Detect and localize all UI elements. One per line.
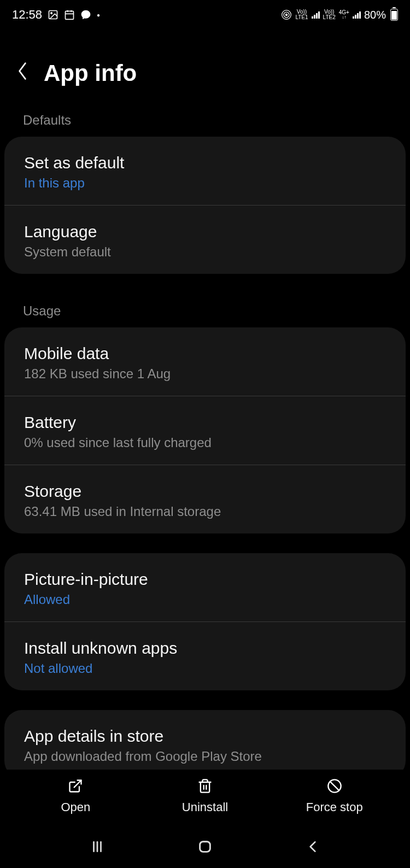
item-set-as-default[interactable]: Set as default In this app	[4, 137, 406, 205]
item-sub: In this app	[24, 175, 386, 191]
signal1-icon	[312, 11, 320, 19]
status-bar: 12:58 ● Vo)) LTE1 Vo)) LTE2 4G+ ↓↑ 80%	[0, 0, 410, 27]
svg-line-13	[330, 782, 339, 790]
open-button[interactable]: Open	[11, 777, 140, 814]
trash-icon	[196, 777, 214, 795]
item-language[interactable]: Language System default	[4, 205, 406, 274]
calendar-icon	[64, 9, 75, 20]
svg-line-9	[74, 781, 81, 788]
item-sub: System default	[24, 244, 386, 260]
status-left: 12:58 ●	[12, 8, 100, 22]
card-defaults: Set as default In this app Language Syst…	[4, 137, 406, 274]
bottom-actions: Open Uninstall Force stop	[0, 770, 410, 825]
action-label: Open	[61, 800, 90, 814]
item-sub: 0% used since last fully charged	[24, 435, 386, 450]
hotspot-icon	[281, 9, 292, 20]
uninstall-button[interactable]: Uninstall	[140, 777, 270, 814]
back-icon[interactable]	[16, 61, 28, 86]
home-button[interactable]	[194, 836, 216, 858]
item-title: Picture-in-picture	[24, 568, 386, 590]
card-usage: Mobile data 182 KB used since 1 Aug Batt…	[4, 327, 406, 533]
svg-rect-17	[200, 842, 210, 852]
section-label-usage: Usage	[0, 294, 410, 327]
status-right: Vo)) LTE1 Vo)) LTE2 4G+ ↓↑ 80%	[281, 9, 398, 21]
item-sub: Not allowed	[24, 661, 386, 676]
header: App info	[0, 27, 410, 103]
clock-text: 12:58	[12, 8, 42, 22]
item-sub: 63.41 MB used in Internal storage	[24, 504, 386, 519]
item-title: Mobile data	[24, 343, 386, 364]
force-stop-button[interactable]: Force stop	[270, 777, 399, 814]
net-info: 4G+ ↓↑	[339, 10, 349, 20]
item-sub: Allowed	[24, 592, 386, 607]
item-install-unknown-apps[interactable]: Install unknown apps Not allowed	[4, 621, 406, 690]
svg-point-6	[286, 14, 288, 15]
item-title: Install unknown apps	[24, 637, 386, 659]
svg-point-1	[51, 13, 52, 14]
open-icon	[67, 777, 84, 795]
item-sub: 182 KB used since 1 Aug	[24, 366, 386, 382]
item-title: Battery	[24, 412, 386, 433]
recents-button[interactable]	[86, 836, 108, 858]
action-label: Force stop	[306, 800, 363, 814]
sim2-info: Vo)) LTE2	[323, 9, 336, 20]
item-picture-in-picture[interactable]: Picture-in-picture Allowed	[4, 553, 406, 621]
battery-icon	[390, 9, 398, 21]
gallery-icon	[48, 9, 58, 20]
page-title: App info	[44, 60, 137, 86]
dot-icon: ●	[97, 12, 100, 18]
item-title: App details in store	[24, 725, 386, 747]
item-title: Storage	[24, 480, 386, 502]
card-permissions: Picture-in-picture Allowed Install unkno…	[4, 553, 406, 690]
item-app-details-store[interactable]: App details in store App downloaded from…	[4, 710, 406, 778]
chat-icon	[80, 9, 91, 20]
item-title: Language	[24, 221, 386, 242]
back-button[interactable]	[302, 836, 324, 858]
battery-text: 80%	[364, 9, 386, 21]
nav-bar	[0, 825, 410, 868]
section-label-defaults: Defaults	[0, 103, 410, 137]
sim1-info: Vo)) LTE1	[295, 9, 308, 20]
item-mobile-data[interactable]: Mobile data 182 KB used since 1 Aug	[4, 327, 406, 396]
action-label: Uninstall	[182, 800, 228, 814]
signal2-icon	[353, 11, 361, 19]
item-title: Set as default	[24, 152, 386, 173]
svg-rect-2	[66, 11, 74, 19]
card-store: App details in store App downloaded from…	[4, 710, 406, 778]
item-battery[interactable]: Battery 0% used since last fully charged	[4, 396, 406, 465]
item-storage[interactable]: Storage 63.41 MB used in Internal storag…	[4, 465, 406, 533]
stop-icon	[326, 777, 343, 795]
item-sub: App downloaded from Google Play Store	[24, 749, 386, 764]
